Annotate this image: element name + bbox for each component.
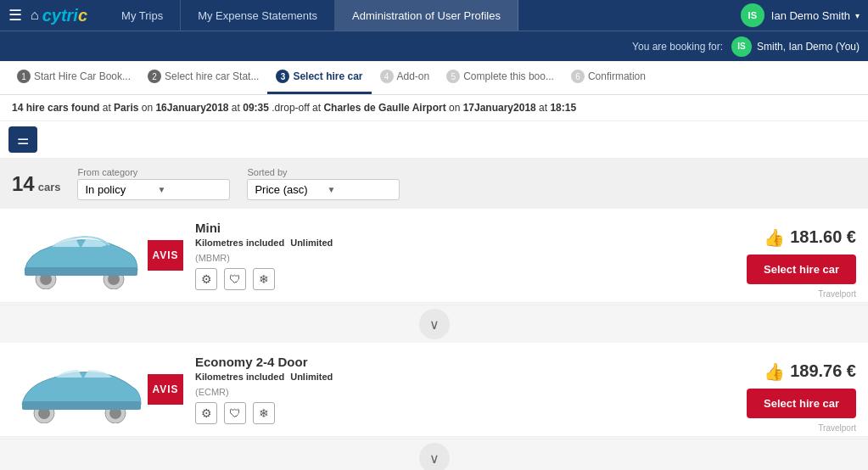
shield-icon-0: 🛡 bbox=[224, 268, 246, 290]
step-6[interactable]: 6 Confirmation bbox=[563, 61, 654, 94]
steps-bar: 1 Start Hire Car Book... 2 Select hire c… bbox=[0, 61, 868, 95]
car-price-1: 👍 189.76 € bbox=[764, 361, 856, 382]
category-label: From category bbox=[77, 167, 230, 177]
step-2-num: 2 bbox=[148, 70, 161, 83]
admin-booking-bar: You are booking for: IS Smith, Ian Demo … bbox=[0, 31, 868, 61]
car-price-section-0: 👍 181.60 € Select hire car bbox=[747, 227, 856, 284]
car-image-0 bbox=[12, 221, 148, 289]
menu-icon[interactable]: ☰ bbox=[8, 6, 22, 25]
car-image-1 bbox=[12, 355, 148, 423]
cars-count: 14 cars bbox=[12, 172, 60, 196]
filter-button[interactable]: ⚌ bbox=[8, 126, 37, 153]
source-label-1: Travelport bbox=[818, 423, 856, 433]
main-nav: My Trips My Expense Statements Administr… bbox=[104, 0, 741, 31]
step-1-num: 1 bbox=[17, 70, 31, 83]
car-icons-0: ⚙ 🛡 ❄ bbox=[195, 268, 747, 290]
user-dropdown-icon[interactable]: ▾ bbox=[855, 11, 860, 20]
expand-toggle-0[interactable]: ∨ bbox=[0, 305, 868, 343]
sort-dropdown[interactable]: Price (asc) ▼ bbox=[247, 179, 400, 200]
car-list: AVIS Mini Kilometres included Unlimited … bbox=[0, 209, 868, 470]
expand-toggle-1[interactable]: ∨ bbox=[0, 439, 868, 470]
svg-rect-4 bbox=[25, 267, 137, 276]
svg-rect-9 bbox=[22, 401, 141, 410]
admin-avatar: IS bbox=[731, 36, 752, 57]
category-dropdown-arrow: ▼ bbox=[157, 185, 222, 194]
category-dropdown[interactable]: In policy ▼ bbox=[77, 179, 230, 200]
car-name-1: Economy 2-4 Door bbox=[195, 355, 747, 369]
step-5-num: 5 bbox=[446, 70, 460, 83]
car-badge-0: AVIS bbox=[148, 240, 183, 271]
nav-admin-user-profiles[interactable]: Administration of User Profiles bbox=[335, 0, 518, 31]
car-info-1: Economy 2-4 Door Kilometres included Unl… bbox=[192, 355, 747, 424]
step-5[interactable]: 5 Complete this boo... bbox=[438, 61, 563, 94]
step-3[interactable]: 3 Select hire car bbox=[267, 61, 371, 94]
nav-my-trips[interactable]: My Trips bbox=[104, 0, 181, 31]
category-dropdown-group: From category In policy ▼ bbox=[77, 167, 230, 200]
car-km-1: Kilometres included Unlimited bbox=[195, 372, 747, 382]
step-6-num: 6 bbox=[571, 70, 585, 83]
booking-info-bar: 14 hire cars found at Paris on 16January… bbox=[0, 95, 868, 121]
snowflake-icon-1: ❄ bbox=[253, 402, 275, 424]
user-name: Ian Demo Smith bbox=[771, 9, 850, 22]
car-price-section-1: 👍 189.76 € Select hire car bbox=[747, 361, 856, 418]
filter-bar: ⚌ bbox=[0, 121, 868, 159]
car-name-0: Mini bbox=[195, 221, 747, 235]
sort-dropdown-arrow: ▼ bbox=[327, 185, 392, 194]
step-3-num: 3 bbox=[276, 70, 289, 83]
transmission-icon-0: ⚙ bbox=[195, 268, 217, 290]
car-info-0: Mini Kilometres included Unlimited (MBMR… bbox=[192, 221, 747, 290]
results-header: 14 cars From category In policy ▼ Sorted… bbox=[0, 159, 868, 209]
main-header: ☰ ⌂ cytric My Trips My Expense Statement… bbox=[0, 0, 868, 31]
step-1[interactable]: 1 Start Hire Car Book... bbox=[8, 61, 139, 94]
car-card-1: AVIS Economy 2-4 Door Kilometres include… bbox=[0, 343, 868, 437]
admin-user-name: Smith, Ian Demo (You) bbox=[757, 41, 860, 53]
booking-for-label: You are booking for: bbox=[632, 41, 723, 53]
thumbs-up-icon-0: 👍 bbox=[764, 227, 785, 248]
shield-icon-1: 🛡 bbox=[224, 402, 246, 424]
car-badge-1: AVIS bbox=[148, 374, 183, 405]
sort-dropdown-group: Sorted by Price (asc) ▼ bbox=[247, 167, 400, 200]
select-hire-car-button-1[interactable]: Select hire car bbox=[747, 389, 856, 418]
sort-label: Sorted by bbox=[247, 167, 400, 177]
logo[interactable]: ⌂ cytric bbox=[31, 6, 87, 25]
logo-text: cytric bbox=[42, 6, 87, 25]
car-code-1: (ECMR) bbox=[195, 387, 747, 397]
select-hire-car-button-0[interactable]: Select hire car bbox=[747, 255, 856, 284]
hire-car-count: 14 hire cars found at Paris on 16January… bbox=[12, 102, 576, 114]
snowflake-icon-0: ❄ bbox=[253, 268, 275, 290]
car-km-0: Kilometres included Unlimited bbox=[195, 238, 747, 248]
thumbs-up-icon-1: 👍 bbox=[764, 361, 785, 382]
car-card-0: AVIS Mini Kilometres included Unlimited … bbox=[0, 209, 868, 303]
source-label-0: Travelport bbox=[818, 289, 856, 299]
car-icons-1: ⚙ 🛡 ❄ bbox=[195, 402, 747, 424]
expand-circle-1: ∨ bbox=[419, 443, 450, 470]
step-2[interactable]: 2 Select hire car Stat... bbox=[139, 61, 267, 94]
home-icon: ⌂ bbox=[31, 8, 39, 23]
nav-expense-statements[interactable]: My Expense Statements bbox=[181, 0, 335, 31]
expand-circle-0: ∨ bbox=[419, 309, 450, 339]
header-user-section: IS Ian Demo Smith ▾ bbox=[741, 3, 860, 27]
transmission-icon-1: ⚙ bbox=[195, 402, 217, 424]
admin-user: IS Smith, Ian Demo (You) bbox=[731, 36, 860, 57]
avatar: IS bbox=[741, 3, 764, 27]
step-4[interactable]: 4 Add-on bbox=[372, 61, 439, 94]
car-price-0: 👍 181.60 € bbox=[764, 227, 856, 248]
car-code-0: (MBMR) bbox=[195, 253, 747, 263]
step-4-num: 4 bbox=[380, 70, 394, 83]
